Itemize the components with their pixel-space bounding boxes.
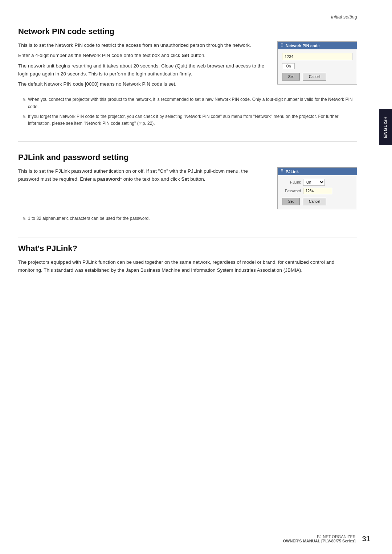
pjlink-para: This is to set the PJLink password authe…: [18, 167, 266, 184]
header-divider: [18, 11, 357, 11]
pjlink-ui-mockup: ⠿ PJLink PJLink On Off Password: [277, 167, 357, 209]
network-pin-field: [282, 53, 352, 60]
footer-text: PJ-NET ORGANIZER OWNER'S MANUAL [PLV-80/…: [283, 534, 355, 543]
page-footer: PJ-NET ORGANIZER OWNER'S MANUAL [PLV-80/…: [283, 534, 370, 543]
pjlink-note-icon-1: ✎: [22, 216, 26, 223]
note-icon-1: ✎: [22, 97, 26, 110]
pjlink-button-row: Set Cancel: [282, 198, 352, 205]
footer-line2: OWNER'S MANUAL [PLV-80/75 Series]: [283, 539, 355, 543]
side-tab: ENGLISH: [379, 109, 392, 145]
network-pin-ui-icon: ⠿: [281, 43, 283, 48]
side-tab-label: ENGLISH: [383, 116, 388, 138]
network-pin-note-2: ✎ If you forget the Network PIN code to …: [18, 113, 357, 127]
network-pin-para-1: This is to set the Network PIN code to r…: [18, 41, 266, 49]
pjlink-text: This is to set the PJLink password authe…: [18, 167, 266, 186]
whats-pjlink-section: What's PJLink? The projectors equipped w…: [18, 238, 357, 275]
whats-pjlink-text: The projectors equipped with PJLink func…: [18, 258, 357, 275]
network-pin-ui-body: On Set Cancel: [278, 49, 357, 84]
pjlink-note-1-text: 1 to 32 alphanumeric characters can be u…: [28, 215, 357, 223]
pjlink-cancel-button[interactable]: Cancel: [303, 198, 326, 205]
pjlink-password-row: Password: [282, 188, 352, 194]
page-header-label: Initial setting: [18, 14, 357, 20]
footer-line1: PJ-NET ORGANIZER: [283, 534, 355, 539]
pjlink-content: This is to set the PJLink password authe…: [18, 167, 357, 209]
network-pin-section: Network PIN code setting This is to set …: [18, 27, 357, 127]
network-pin-title: Network PIN code setting: [18, 27, 357, 36]
network-pin-content: This is to set the Network PIN code to r…: [18, 41, 357, 90]
whats-pjlink-divider: [18, 238, 357, 238]
pjlink-notes: ✎ 1 to 32 alphanumeric characters can be…: [18, 215, 357, 223]
network-pin-note-1-text: When you connect the projector with this…: [28, 96, 357, 110]
pjlink-ui-title: PJLink: [286, 169, 299, 174]
network-pin-on-badge: On: [282, 63, 295, 69]
pjlink-password-input[interactable]: [303, 188, 332, 194]
pjlink-note-1: ✎ 1 to 32 alphanumeric characters can be…: [18, 215, 357, 223]
pjlink-password-label: Password: [282, 189, 301, 193]
network-pin-notes: ✎ When you connect the projector with th…: [18, 96, 357, 127]
section-divider-1: [18, 141, 357, 142]
pjlink-title: PJLink and password setting: [18, 153, 357, 162]
page-number: 31: [362, 535, 370, 543]
pjlink-section: PJLink and password setting This is to s…: [18, 153, 357, 223]
network-pin-ui-title: Network PIN code: [286, 44, 320, 48]
pjlink-select-label: PJLink: [282, 180, 301, 184]
note-icon-2: ✎: [22, 114, 26, 127]
pjlink-ui-body: PJLink On Off Password Set Ca: [278, 175, 357, 209]
network-pin-set-button[interactable]: Set: [282, 73, 300, 81]
network-pin-button-row: Set Cancel: [282, 73, 352, 81]
network-pin-ui-mockup: ⠿ Network PIN code On Set Cancel: [277, 41, 357, 85]
network-pin-on-row: On: [282, 63, 352, 69]
pjlink-ui-icon: ⠿: [281, 169, 283, 174]
network-pin-para-3: The network unit begins restarting and i…: [18, 62, 266, 78]
network-pin-cancel-button[interactable]: Cancel: [303, 73, 326, 81]
network-pin-text: This is to set the Network PIN code to r…: [18, 41, 266, 90]
network-pin-para-2: Enter a 4-digit number as the Network PI…: [18, 52, 266, 59]
network-pin-ui-titlebar: ⠿ Network PIN code: [278, 42, 357, 49]
network-pin-para-4: The default Network PIN code [0000] mean…: [18, 80, 266, 88]
whats-pjlink-title: What's PJLink?: [18, 244, 357, 253]
pjlink-ui-titlebar: ⠿ PJLink: [278, 168, 357, 175]
footer-row: PJ-NET ORGANIZER OWNER'S MANUAL [PLV-80/…: [283, 534, 370, 543]
pjlink-select-row: PJLink On Off: [282, 179, 352, 186]
network-pin-note-2-text: If you forget the Network PIN code to th…: [28, 113, 357, 127]
network-pin-input[interactable]: [282, 53, 352, 60]
network-pin-note-1: ✎ When you connect the projector with th…: [18, 96, 357, 110]
pjlink-on-select[interactable]: On Off: [303, 179, 325, 186]
pjlink-set-button[interactable]: Set: [282, 198, 300, 205]
